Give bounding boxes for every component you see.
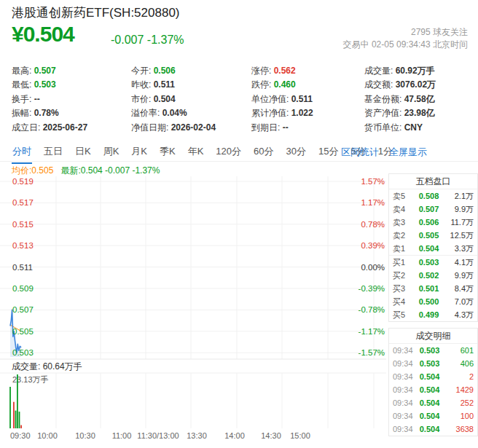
price-change: -0.007 -1.37% xyxy=(111,34,184,47)
order-book-row[interactable]: 卖20.50512.5万 xyxy=(389,229,477,242)
percent-axis-label: 0.00% xyxy=(361,263,385,272)
volume-bar xyxy=(9,387,11,428)
stat-item: 昨收: 0.511 xyxy=(131,78,216,92)
stat-item: 到期日: -- xyxy=(251,121,313,135)
time-axis-label: 13:30 xyxy=(187,431,207,440)
page-title: 港股通创新药ETF(SH:520880) xyxy=(12,4,180,21)
intraday-chart[interactable]: 0.5190.5170.5150.5130.5110.5090.5070.505… xyxy=(0,176,388,443)
percent-axis-label: -1.57% xyxy=(358,348,385,357)
stat-item: 换手: -- xyxy=(12,93,87,106)
order-price: 0.506 xyxy=(412,218,446,227)
order-book-row[interactable]: 买30.5018.4万 xyxy=(389,282,477,295)
trade-row: 09:340.5041429 xyxy=(389,383,477,396)
trade-time: 09:34 xyxy=(393,372,416,381)
chart-legend: 均价:0.505最新:0.504 -0.007 -1.37% xyxy=(12,165,160,177)
order-book-row[interactable]: 买10.5034.1万 xyxy=(389,256,477,269)
stat-value: 0.504 xyxy=(154,94,176,104)
stat-item: 资产净值: 23.98亿 xyxy=(364,106,436,120)
stat-value: 2026-02-04 xyxy=(171,122,216,133)
trade-price: 0.504 xyxy=(416,425,443,433)
link-全屏显示[interactable]: 全屏显示 xyxy=(389,146,427,157)
tab-60分[interactable]: 60分 xyxy=(253,141,274,162)
stat-item: 货币单位: CNY xyxy=(364,121,436,135)
order-book-row[interactable]: 卖50.5082.1万 xyxy=(389,189,477,203)
stat-label: 市价: xyxy=(131,94,154,104)
tab-季K[interactable]: 季K xyxy=(159,141,176,162)
stat-label: 累计净值: xyxy=(251,108,291,118)
trade-row: 09:340.504252 xyxy=(389,396,477,409)
price-axis-label: 0.513 xyxy=(12,241,34,250)
stat-label: 跌停: xyxy=(251,79,274,90)
trade-time: 09:34 xyxy=(393,412,416,420)
trade-volume: 3638 xyxy=(443,425,474,433)
stat-label: 基金份额: xyxy=(364,94,404,104)
price-axis-label: 0.517 xyxy=(12,198,34,207)
order-price: 0.508 xyxy=(412,192,446,200)
stat-label: 最高: xyxy=(12,66,34,76)
order-book-row[interactable]: 买40.5007.0万 xyxy=(389,295,477,308)
stat-value: 0.562 xyxy=(274,66,296,76)
tab-年K[interactable]: 年K xyxy=(187,141,205,162)
stat-item: 今开: 0.506 xyxy=(131,64,216,78)
stat-label: 成交量: xyxy=(364,66,396,76)
stat-value: -- xyxy=(34,94,40,104)
stat-item: 净值日期: 2026-02-04 xyxy=(131,121,216,135)
order-volume: 9.9万 xyxy=(446,270,474,281)
trade-time: 09:34 xyxy=(393,346,416,355)
tab-周K[interactable]: 周K xyxy=(103,141,120,162)
order-level: 卖5 xyxy=(393,191,412,202)
tab-日K[interactable]: 日K xyxy=(74,141,92,162)
time-axis-label: 15:00 xyxy=(290,431,310,440)
trade-row: 09:340.503406 xyxy=(389,357,477,370)
price-axis-label: 0.515 xyxy=(12,220,34,229)
stat-item: 振幅: 0.78% xyxy=(12,106,87,120)
tab-五日[interactable]: 五日 xyxy=(43,141,63,162)
tab-月K[interactable]: 月K xyxy=(130,141,148,162)
trade-price: 0.503 xyxy=(416,359,443,368)
stat-item: 溢价率: 0.04% xyxy=(131,106,216,120)
stat-item: 市价: 0.504 xyxy=(131,93,216,106)
time-axis-label: 14:00 xyxy=(224,431,245,440)
stat-label: 振幅: xyxy=(12,108,34,118)
price-axis-label: 0.503 xyxy=(12,348,34,357)
order-volume: 4.1万 xyxy=(446,257,474,268)
order-book-row[interactable]: 卖10.5043.3万 xyxy=(389,242,477,255)
tab-120分[interactable]: 120分 xyxy=(215,141,242,162)
volume-bar xyxy=(19,412,20,428)
volume-pane-label: 成交量: 60.64万手 xyxy=(12,361,82,372)
order-level: 卖4 xyxy=(393,204,412,215)
tab-分时[interactable]: 分时 xyxy=(12,141,32,164)
order-volume: 11.7万 xyxy=(446,217,474,228)
time-axis-label: 14:30 xyxy=(261,431,281,440)
order-book-row[interactable]: 买50.4994.3万 xyxy=(389,308,477,321)
link-区间统计[interactable]: 区间统计 xyxy=(341,146,379,157)
volume-bar xyxy=(17,374,18,428)
order-level: 买3 xyxy=(393,283,412,294)
trade-volume: 601 xyxy=(443,346,474,355)
stat-value: 0.511 xyxy=(291,94,313,104)
order-book-row[interactable]: 买20.5029.9万 xyxy=(389,269,477,282)
percent-axis-label: 0.39% xyxy=(361,241,385,250)
stat-value: 3076.02万 xyxy=(396,79,436,90)
stat-label: 昨收: xyxy=(131,79,154,90)
time-axis-label: 10:30 xyxy=(75,431,95,440)
stat-value: 0.511 xyxy=(154,79,175,90)
stat-value: CNY xyxy=(404,122,423,133)
price-axis-label: 0.519 xyxy=(12,177,34,186)
order-book-row[interactable]: 卖40.5079.9万 xyxy=(389,203,477,216)
order-level: 买5 xyxy=(393,310,412,321)
stat-label: 换手: xyxy=(12,94,34,104)
stat-item: 单位净值: 0.511 xyxy=(251,93,313,106)
order-price: 0.507 xyxy=(412,205,446,213)
order-volume: 8.4万 xyxy=(446,283,474,294)
order-volume: 3.3万 xyxy=(446,243,474,254)
volume-bar xyxy=(13,402,15,428)
order-price: 0.500 xyxy=(412,297,446,306)
stat-item: 基金份额: 47.58亿 xyxy=(364,93,436,106)
stat-item: 涨停: 0.562 xyxy=(251,64,313,78)
side-panel: 五档盘口 卖50.5082.1万卖40.5079.9万卖30.50611.7万卖… xyxy=(388,173,478,436)
trade-row: 09:340.5043638 xyxy=(389,423,477,436)
trade-volume: 2 xyxy=(443,372,474,381)
order-book-row[interactable]: 卖30.50611.7万 xyxy=(389,216,477,229)
tab-30分[interactable]: 30分 xyxy=(286,141,307,162)
